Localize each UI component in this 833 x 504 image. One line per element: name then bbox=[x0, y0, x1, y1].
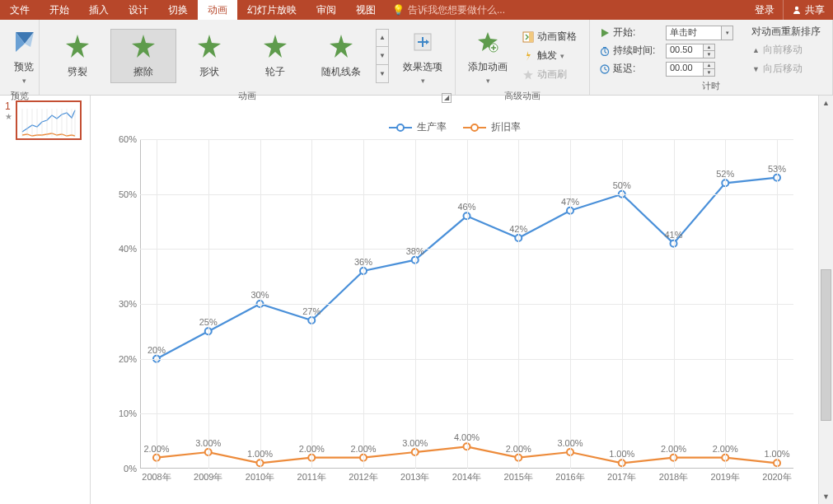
ribbon-tabs: 文件 开始 插入 设计 切换 动画 幻灯片放映 审阅 视图 💡 告诉我您想要做什… bbox=[0, 0, 833, 20]
effect-label: 擦除 bbox=[133, 65, 153, 79]
data-label: 47% bbox=[561, 197, 579, 207]
svg-marker-8 bbox=[330, 35, 353, 58]
share-label: 共享 bbox=[805, 3, 825, 17]
scroll-thumb[interactable] bbox=[821, 269, 831, 421]
gallery-down-icon[interactable]: ▼ bbox=[377, 47, 388, 65]
legend-marker-icon bbox=[389, 124, 412, 132]
effect-shape[interactable]: 形状 bbox=[176, 29, 242, 83]
tell-me-search[interactable]: 💡 告诉我您想要做什么... bbox=[386, 0, 746, 20]
share-button[interactable]: 共享 bbox=[783, 0, 833, 20]
start-value: 单击时 bbox=[670, 27, 697, 37]
move-earlier-label: 向前移动 bbox=[763, 43, 803, 57]
effect-label: 轮子 bbox=[265, 65, 285, 79]
tab-home[interactable]: 开始 bbox=[40, 0, 79, 20]
scroll-track[interactable] bbox=[819, 110, 833, 489]
data-label: 41% bbox=[664, 230, 682, 240]
effect-options-button[interactable]: 效果选项▾ bbox=[395, 23, 450, 88]
chevron-down-icon: ▾ bbox=[421, 77, 425, 85]
slide-thumbnail[interactable] bbox=[16, 100, 82, 140]
chevron-down-icon: ▾ bbox=[22, 77, 26, 85]
delay-icon bbox=[600, 64, 610, 74]
tab-insert[interactable]: 插入 bbox=[79, 0, 119, 20]
data-label: 25% bbox=[199, 318, 218, 328]
gallery-up-icon[interactable]: ▲ bbox=[377, 30, 388, 48]
data-label: 36% bbox=[354, 257, 372, 267]
tab-slideshow[interactable]: 幻灯片放映 bbox=[237, 0, 307, 20]
data-label: 46% bbox=[457, 203, 475, 212]
effect-randombars[interactable]: 随机线条 bbox=[308, 29, 374, 83]
data-label: 1.00% bbox=[609, 450, 634, 460]
data-label: 53% bbox=[768, 164, 786, 174]
svg-rect-14 bbox=[529, 32, 533, 42]
effect-options-icon bbox=[411, 26, 434, 58]
animation-painter-label: 动画刷 bbox=[537, 68, 567, 82]
effect-split[interactable]: 劈裂 bbox=[44, 29, 110, 83]
legend-item: 折旧率 bbox=[463, 120, 521, 134]
y-tick: 60% bbox=[107, 134, 137, 144]
star-icon bbox=[130, 33, 157, 62]
data-label: 4.00% bbox=[454, 433, 480, 443]
data-label: 27% bbox=[302, 306, 321, 316]
gallery-scroll[interactable]: ▲▼▼ bbox=[376, 29, 389, 83]
tab-review[interactable]: 审阅 bbox=[307, 0, 346, 20]
vertical-scrollbar[interactable]: ▲ ▼ bbox=[818, 96, 833, 504]
spin-up-icon[interactable]: ▲ bbox=[704, 44, 714, 52]
effect-wipe[interactable]: 擦除 bbox=[110, 29, 176, 83]
trigger-button[interactable]: 触发 ▾ bbox=[518, 47, 581, 64]
chart[interactable]: 生产率折旧率 0%10%20%30%40%50%60%2008年2009年201… bbox=[107, 120, 802, 496]
tab-view[interactable]: 视图 bbox=[346, 0, 386, 20]
spin-down-icon[interactable]: ▼ bbox=[704, 69, 714, 76]
tab-transitions[interactable]: 切换 bbox=[158, 0, 198, 20]
data-label: 50% bbox=[613, 180, 631, 190]
data-label: 3.00% bbox=[557, 438, 583, 448]
add-animation-button[interactable]: 添加动画▾ bbox=[461, 23, 515, 88]
chevron-down-icon[interactable]: ▾ bbox=[721, 26, 732, 40]
workspace: 1 ★ 生产率折旧率 0%10%20%30%40%50%60%2008年2009… bbox=[0, 96, 833, 504]
thumbnail-chart-icon bbox=[17, 102, 80, 138]
spin-down-icon[interactable]: ▼ bbox=[704, 51, 714, 58]
start-label: 开始: bbox=[613, 26, 662, 40]
duration-input[interactable]: 00.50 ▲▼ bbox=[666, 44, 715, 58]
data-label: 3.00% bbox=[402, 438, 428, 448]
svg-point-0 bbox=[795, 7, 798, 10]
effect-wheel[interactable]: 轮子 bbox=[242, 29, 308, 83]
slide-editor[interactable]: 生产率折旧率 0%10%20%30%40%50%60%2008年2009年201… bbox=[91, 96, 818, 504]
x-category: 2014年 bbox=[452, 471, 481, 483]
svg-point-33 bbox=[397, 124, 404, 131]
tab-animations[interactable]: 动画 bbox=[198, 0, 237, 20]
star-icon bbox=[262, 33, 288, 62]
spin-up-icon[interactable]: ▲ bbox=[704, 63, 714, 70]
add-animation-label: 添加动画 bbox=[468, 61, 508, 72]
tell-me-placeholder: 告诉我您想要做什么... bbox=[408, 3, 505, 17]
trigger-icon bbox=[522, 50, 534, 62]
chart-legend: 生产率折旧率 bbox=[107, 120, 802, 134]
scroll-down-button[interactable]: ▼ bbox=[819, 489, 833, 504]
x-category: 2020年 bbox=[762, 471, 791, 483]
svg-marker-5 bbox=[132, 35, 155, 58]
star-icon bbox=[64, 33, 91, 62]
preview-icon bbox=[12, 26, 35, 58]
chevron-down-icon: ▾ bbox=[486, 77, 490, 85]
effect-options-label: 效果选项 bbox=[403, 61, 442, 72]
gallery-more-icon[interactable]: ▼ bbox=[377, 65, 388, 82]
login-button[interactable]: 登录 bbox=[746, 0, 783, 20]
start-select[interactable]: 单击时 ▾ bbox=[666, 26, 733, 40]
tab-file[interactable]: 文件 bbox=[0, 0, 40, 20]
data-label: 2.00% bbox=[506, 444, 531, 454]
animation-pane-button[interactable]: 动画窗格 bbox=[518, 28, 581, 45]
preview-button[interactable]: 预览▾ bbox=[5, 23, 43, 88]
tab-design[interactable]: 设计 bbox=[119, 0, 158, 20]
data-label: 3.00% bbox=[195, 438, 221, 448]
svg-marker-16 bbox=[601, 29, 609, 37]
delay-input[interactable]: 00.00 ▲▼ bbox=[666, 62, 715, 77]
scroll-up-button[interactable]: ▲ bbox=[819, 96, 833, 110]
data-label: 38% bbox=[406, 246, 424, 256]
animation-indicator-icon: ★ bbox=[5, 112, 12, 121]
animation-painter-icon bbox=[522, 69, 534, 81]
animation-painter-button: 动画刷 bbox=[518, 66, 581, 83]
group-label-timing: 计时 bbox=[590, 78, 832, 95]
svg-marker-6 bbox=[198, 35, 221, 58]
legend-label: 折旧率 bbox=[491, 120, 521, 134]
legend-label: 生产率 bbox=[417, 120, 447, 134]
y-tick: 40% bbox=[107, 244, 137, 254]
